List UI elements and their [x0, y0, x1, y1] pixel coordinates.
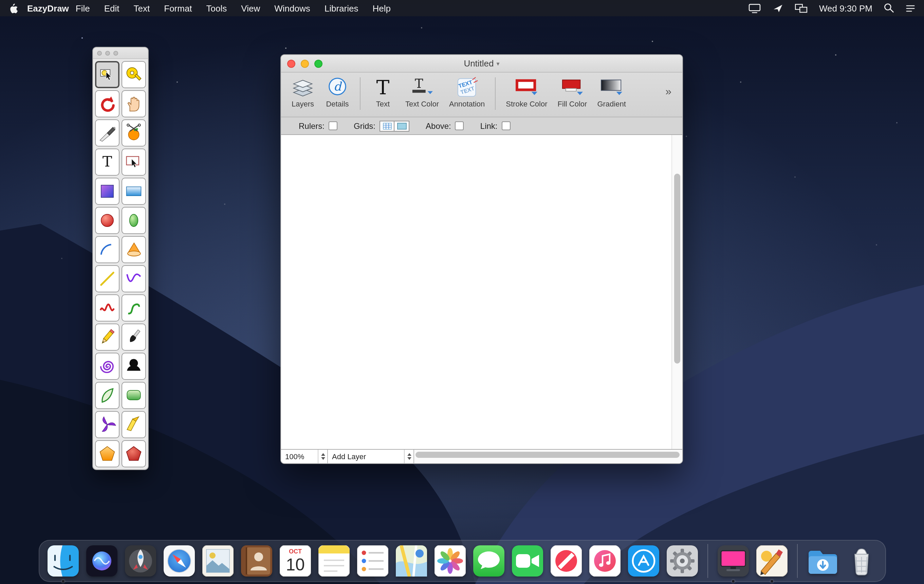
pan-hand-tool[interactable]: [122, 90, 146, 117]
dock-safari[interactable]: [163, 545, 195, 577]
link-checkbox[interactable]: [502, 122, 511, 130]
toolbar-gradient[interactable]: Gradient: [597, 76, 625, 108]
curve-tool[interactable]: [122, 265, 146, 292]
circle-tool[interactable]: [95, 207, 119, 234]
fold-arrow-tool[interactable]: [122, 411, 146, 438]
palette-titlebar[interactable]: [93, 48, 148, 59]
stepper-arrows-icon[interactable]: [404, 450, 413, 463]
dock-downloads[interactable]: [807, 545, 838, 577]
search-icon[interactable]: [883, 3, 894, 13]
grid-style-button[interactable]: [380, 120, 394, 131]
ellipse-tool[interactable]: [122, 207, 146, 234]
dock-contacts[interactable]: [241, 545, 272, 577]
toolbar-overflow-button[interactable]: »: [664, 86, 673, 98]
dock-facetime[interactable]: [512, 545, 543, 577]
toolbar-fill-color[interactable]: Fill Color: [558, 76, 587, 108]
minimize-button[interactable]: [301, 59, 309, 67]
menu-tools[interactable]: Tools: [206, 3, 227, 13]
pinwheel-tool[interactable]: [95, 411, 119, 438]
app-menu-title[interactable]: EazyDraw: [27, 3, 69, 13]
silhouette-tool[interactable]: [122, 353, 146, 380]
rounded-rectangle-tool[interactable]: [122, 382, 146, 409]
s-curve-tool[interactable]: [122, 294, 146, 321]
toolbar-annotation[interactable]: TEXTTEXTAnnotation: [449, 76, 485, 108]
window-titlebar[interactable]: Untitled ▾: [281, 55, 682, 72]
screen-mirroring-icon[interactable]: [749, 3, 761, 13]
menu-file[interactable]: File: [76, 3, 90, 13]
toolbar-details[interactable]: dDetails: [325, 76, 350, 108]
brush-tool[interactable]: [122, 324, 146, 351]
dock-system-preferences[interactable]: [667, 545, 698, 577]
dock-trash[interactable]: [846, 545, 877, 577]
menu-edit[interactable]: Edit: [104, 3, 119, 13]
window-title-menu[interactable]: Untitled ▾: [464, 58, 499, 69]
scale-tool[interactable]: [122, 61, 146, 88]
menu-libraries[interactable]: Libraries: [325, 3, 358, 13]
dock-app-store[interactable]: [628, 545, 659, 577]
palette-minimize-button[interactable]: [105, 51, 110, 55]
gradient-rectangle-tool[interactable]: [95, 178, 119, 205]
vertical-scrollbar-thumb[interactable]: [674, 174, 680, 364]
pointer-icon[interactable]: [772, 3, 784, 13]
rectangle-tool[interactable]: [122, 178, 146, 205]
dock-siri[interactable]: [86, 545, 117, 577]
selection-tool[interactable]: [95, 61, 119, 88]
menu-windows[interactable]: Windows: [274, 3, 310, 13]
dock: OCT10: [38, 540, 886, 582]
palette-zoom-button[interactable]: [113, 51, 118, 55]
dock-photos[interactable]: [434, 545, 465, 577]
horizontal-scrollbar[interactable]: [414, 450, 682, 463]
drawing-canvas[interactable]: [281, 135, 672, 449]
palette-close-button[interactable]: [97, 51, 102, 55]
menu-format[interactable]: Format: [164, 3, 192, 13]
toolbar-stroke-color[interactable]: Stroke Color: [506, 76, 547, 108]
grid-color-button[interactable]: [394, 120, 409, 131]
rotate-tool[interactable]: [95, 90, 119, 117]
zoom-button[interactable]: [314, 59, 322, 67]
crop-tool[interactable]: [122, 119, 146, 146]
displays-icon[interactable]: [795, 3, 808, 13]
rulers-checkbox[interactable]: [328, 122, 337, 130]
dock-maps[interactable]: [396, 545, 427, 577]
text-tool[interactable]: T: [95, 148, 119, 176]
stepper-arrows-icon[interactable]: [318, 450, 327, 463]
pencil-tool[interactable]: [95, 324, 119, 351]
dock-pink-display-app[interactable]: [717, 545, 749, 577]
zoom-stepper[interactable]: 100%: [281, 450, 328, 463]
menu-text[interactable]: Text: [134, 3, 150, 13]
knife-tool[interactable]: [95, 119, 119, 146]
horizontal-scrollbar-thumb[interactable]: [416, 452, 680, 458]
pentagon-tool[interactable]: [95, 440, 119, 467]
above-checkbox[interactable]: [455, 122, 464, 130]
toolbar-text-color[interactable]: TText Color: [405, 76, 439, 108]
menu-help[interactable]: Help: [372, 3, 391, 13]
clock[interactable]: Wed 9:30 PM: [819, 3, 873, 13]
add-layer-menu[interactable]: Add Layer: [328, 450, 414, 463]
toolbar-text[interactable]: TText: [371, 76, 395, 108]
dock-itunes[interactable]: [589, 545, 620, 577]
line-tool[interactable]: [95, 265, 119, 292]
close-button[interactable]: [287, 59, 295, 67]
menu-view[interactable]: View: [241, 3, 260, 13]
apple-menu[interactable]: [8, 3, 18, 13]
toolbar-layers[interactable]: Layers: [290, 76, 315, 108]
cone-tool[interactable]: [122, 236, 146, 263]
dock-eazydraw[interactable]: [756, 545, 787, 577]
dock-notes[interactable]: [318, 545, 349, 577]
dock-calendar[interactable]: OCT10: [279, 545, 310, 577]
dock-news[interactable]: [550, 545, 581, 577]
dock-launchpad[interactable]: [125, 545, 156, 577]
leaf-tool[interactable]: [95, 382, 119, 409]
menu-list-icon[interactable]: [905, 3, 916, 13]
text-box-tool[interactable]: [122, 148, 146, 176]
dock-mail[interactable]: [202, 545, 233, 577]
arc-tool[interactable]: [95, 236, 119, 263]
spiral-tool[interactable]: [95, 353, 119, 380]
dock-finder[interactable]: [47, 545, 78, 577]
squiggle-tool[interactable]: [95, 294, 119, 321]
red-pentagon-tool[interactable]: [122, 440, 146, 467]
vertical-scrollbar[interactable]: [672, 135, 682, 449]
dock-reminders[interactable]: [357, 545, 388, 577]
dock-messages[interactable]: [473, 545, 504, 577]
tool-grid: T: [93, 59, 148, 469]
